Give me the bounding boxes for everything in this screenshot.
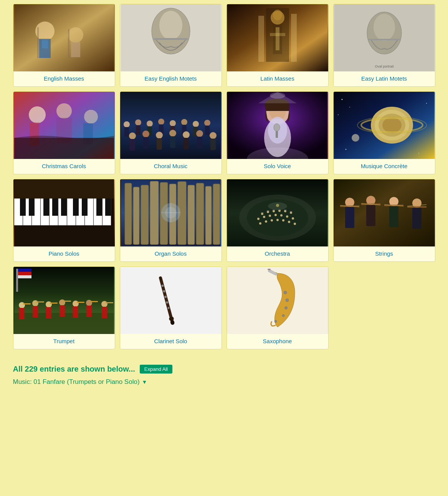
svg-rect-169 (345, 207, 354, 228)
category-image-musique-concrete (334, 92, 435, 159)
category-card-english-masses[interactable]: English Masses (13, 4, 115, 87)
svg-rect-195 (73, 306, 78, 318)
svg-rect-8 (68, 29, 69, 58)
svg-point-222 (284, 291, 287, 294)
music-entry-line: Music: 01 Fanfare (Trumpets or Piano Sol… (13, 378, 435, 386)
svg-rect-22 (291, 14, 297, 62)
category-card-clarinet-solo[interactable]: Clarinet Solo (120, 266, 222, 349)
category-card-orchestra[interactable]: Orchestra (226, 179, 329, 262)
svg-point-89 (338, 114, 339, 115)
category-image-latin-masses (227, 4, 328, 71)
svg-rect-201 (36, 301, 44, 303)
svg-rect-57 (130, 139, 135, 150)
svg-point-64 (183, 131, 190, 138)
svg-rect-116 (14, 179, 114, 198)
svg-rect-202 (50, 303, 58, 304)
category-card-piano-solos[interactable]: JOHN BROADWOOD Piano Solos (13, 179, 115, 262)
category-card-choral-music[interactable]: Choral Music (120, 91, 222, 174)
category-card-solo-voice[interactable]: Solo Voice (226, 91, 329, 174)
svg-point-42 (135, 119, 141, 126)
svg-point-188 (32, 300, 38, 306)
svg-rect-117 (14, 225, 114, 246)
category-card-christmas-carols[interactable]: Christmas Carols (13, 91, 115, 174)
svg-point-86 (352, 134, 359, 142)
svg-rect-178 (412, 208, 422, 229)
svg-text:Oval portrait: Oval portrait (375, 64, 394, 68)
svg-point-88 (349, 107, 350, 107)
svg-rect-7 (37, 27, 39, 58)
svg-point-150 (292, 217, 294, 220)
svg-rect-114 (105, 198, 111, 216)
svg-point-87 (341, 99, 342, 100)
svg-rect-210 (18, 275, 31, 278)
svg-rect-59 (143, 137, 149, 149)
svg-rect-199 (102, 307, 107, 318)
svg-point-68 (210, 132, 217, 139)
svg-rect-204 (77, 302, 84, 303)
category-image-saxophone (227, 267, 328, 334)
category-card-trumpet[interactable]: Trumpet (13, 266, 115, 349)
svg-rect-158 (261, 212, 263, 213)
svg-point-78 (270, 93, 285, 99)
svg-point-151 (259, 222, 261, 225)
svg-point-148 (280, 214, 283, 217)
category-label-solo-voice: Solo Voice (227, 159, 328, 174)
svg-point-153 (271, 219, 273, 222)
category-card-latin-masses[interactable]: Latin Masses (226, 4, 329, 87)
svg-point-91 (426, 103, 427, 104)
svg-rect-113 (96, 198, 102, 216)
svg-rect-1 (14, 4, 114, 71)
svg-rect-203 (63, 301, 71, 302)
svg-rect-65 (183, 138, 189, 149)
category-card-organ-solos[interactable]: Organ Solos (120, 179, 222, 262)
svg-rect-205 (90, 301, 98, 302)
svg-rect-163 (290, 211, 292, 212)
category-label-orchestra: Orchestra (227, 246, 328, 261)
svg-rect-67 (197, 137, 202, 148)
svg-rect-162 (284, 210, 286, 211)
category-label-choral-music: Choral Music (120, 159, 222, 174)
category-label-organ-solos: Organ Solos (120, 246, 222, 261)
category-image-clarinet-solo (120, 267, 222, 334)
category-image-easy-english-motets (120, 4, 222, 71)
category-image-piano-solos: JOHN BROADWOOD (13, 179, 115, 246)
category-image-christmas-carols (13, 92, 115, 159)
svg-point-147 (274, 214, 277, 216)
svg-point-194 (73, 301, 79, 307)
svg-rect-227 (268, 269, 271, 270)
svg-point-25 (374, 14, 395, 41)
expand-all-button[interactable]: Expand All (140, 365, 172, 374)
svg-rect-187 (19, 308, 25, 319)
svg-point-146 (269, 215, 271, 217)
svg-point-52 (193, 121, 199, 127)
svg-point-50 (181, 119, 187, 125)
category-card-strings[interactable]: Strings (333, 179, 435, 262)
category-card-musique-concrete[interactable]: Musique Concrète (333, 91, 435, 174)
svg-point-33 (84, 110, 98, 124)
svg-point-190 (46, 301, 52, 308)
svg-point-156 (288, 221, 290, 223)
svg-rect-108 (43, 198, 49, 216)
svg-point-224 (284, 307, 287, 309)
svg-point-186 (19, 302, 25, 308)
svg-point-192 (59, 299, 65, 306)
svg-rect-27 (368, 39, 400, 40)
bottom-section: All 229 entries are shown below... Expan… (13, 357, 435, 390)
svg-rect-61 (157, 138, 162, 150)
category-card-easy-english-motets[interactable]: Easy English Motets (120, 4, 222, 87)
category-grid: English Masses Easy English Motets Latin… (13, 4, 435, 349)
svg-rect-179 (407, 206, 427, 208)
svg-point-18 (273, 10, 282, 20)
svg-rect-120 (125, 183, 132, 245)
category-card-easy-latin-motets[interactable]: Oval portrait Easy Latin Motets (333, 4, 435, 87)
svg-rect-13 (154, 38, 188, 40)
category-image-english-masses (13, 4, 115, 71)
svg-rect-4 (42, 41, 48, 48)
svg-rect-200 (23, 303, 31, 304)
category-label-piano-solos: Piano Solos (13, 246, 115, 261)
category-card-saxophone[interactable]: Saxophone (226, 266, 329, 349)
svg-rect-189 (33, 306, 38, 317)
category-image-solo-voice (227, 92, 328, 159)
svg-rect-21 (258, 16, 264, 62)
svg-point-5 (68, 27, 83, 43)
